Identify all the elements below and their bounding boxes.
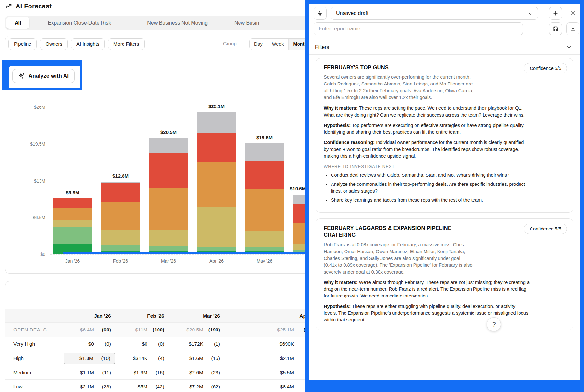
segment-green-light[interactable] — [149, 246, 188, 251]
report-draft-select[interactable]: Unsaved draft — [331, 7, 538, 20]
segment-green-light[interactable] — [101, 245, 140, 251]
table-column-header: Apr ' — [225, 310, 315, 322]
segment-red[interactable] — [53, 198, 92, 209]
segment-orange[interactable] — [53, 208, 92, 220]
table-cell[interactable]: $7.2M(62) — [169, 381, 225, 392]
insight-cards: FEBRUARY'S TOP GUNSConfidence 5/5Several… — [316, 58, 573, 336]
segment-khaki[interactable] — [197, 207, 236, 247]
ai-insights-filter-button[interactable]: AI Insights — [71, 38, 105, 50]
segment-khaki[interactable] — [101, 230, 140, 245]
group-option-week[interactable]: Week — [267, 39, 289, 50]
table-cell[interactable]: $1.3M(10) — [64, 353, 115, 364]
table-cell[interactable]: $8.4M(7 — [225, 381, 315, 392]
y-axis-tick: $0 — [7, 252, 45, 257]
segment-khaki[interactable] — [245, 231, 284, 247]
download-report-button[interactable] — [566, 22, 579, 35]
y-axis-tick: $26M — [7, 105, 45, 110]
y-axis-tick: $6.5M — [7, 215, 45, 220]
segment-gray[interactable] — [245, 143, 284, 161]
table-cell[interactable]: $2.1M(23) — [64, 381, 115, 392]
close-panel-button[interactable] — [566, 7, 579, 20]
insight-why: Why it matters: We're almost through Feb… — [324, 279, 530, 299]
segment-khaki[interactable] — [53, 220, 92, 227]
cell-count: (23) — [203, 370, 220, 375]
table-cell[interactable]: $314K(4) — [115, 353, 169, 364]
cell-amount: $5M — [115, 384, 147, 390]
table-cell[interactable]: $0(0) — [64, 338, 115, 350]
more-filters-button[interactable]: More Filters — [108, 38, 145, 50]
tab-all[interactable]: All — [6, 17, 29, 29]
chart-toolbar: Pipeline Owners AI Insights More Filters… — [5, 36, 324, 52]
table-row: Very High$0(0)$0(0)$172K(1)$690K — [5, 337, 324, 351]
filters-chevron-down-icon — [566, 44, 572, 51]
cell-amount: $2.1M — [225, 355, 294, 361]
group-option-day[interactable]: Day — [250, 39, 267, 50]
table-cell[interactable]: $5M(42) — [115, 381, 169, 392]
segment-orange[interactable] — [245, 189, 284, 231]
segment-orange[interactable] — [101, 202, 140, 230]
insight-hypothesis: Hypothesis: Top performers are executing… — [324, 122, 530, 136]
table-row-label: High — [5, 355, 64, 361]
table-row: High$1.3M(10)$314K(4)$1.6M(15)$2.1M( — [5, 351, 324, 365]
close-icon — [570, 10, 576, 17]
cell-amount: $8.4M — [225, 384, 294, 390]
help-button[interactable]: ? — [487, 317, 501, 331]
table-cell[interactable]: $5.5M(4 — [225, 367, 315, 378]
table-cell[interactable]: $2.6M(23) — [169, 367, 225, 378]
y-axis-line — [50, 107, 50, 254]
filters-collapse-row[interactable]: Filters — [309, 40, 580, 55]
segment-green-light[interactable] — [197, 247, 236, 251]
table-cell[interactable]: $172K(1) — [169, 338, 225, 350]
segment-red[interactable] — [149, 153, 188, 188]
segment-green-light[interactable] — [53, 227, 92, 244]
save-report-button[interactable] — [549, 22, 562, 35]
save-icon — [552, 26, 559, 32]
table-cell[interactable]: $0(0) — [115, 338, 169, 350]
segment-red[interactable] — [101, 183, 140, 203]
segment-orange[interactable] — [197, 162, 236, 207]
table-column-header: Jan '26 — [64, 310, 115, 322]
segment-orange[interactable] — [149, 188, 188, 230]
table-cell[interactable]: $20.5M(190) — [169, 324, 225, 336]
cell-count: (100) — [147, 327, 164, 333]
pin-panel-button[interactable] — [314, 7, 327, 20]
x-axis-tick: Mar '26 — [149, 258, 188, 263]
analyze-with-ai-button[interactable]: Analyze with AI — [12, 69, 75, 83]
confidence-badge: Confidence 5/5 — [524, 224, 567, 234]
table-cell[interactable]: $1.1M(11) — [64, 367, 115, 378]
segment-red[interactable] — [245, 161, 284, 189]
segment-gray[interactable] — [149, 138, 188, 153]
forecast-tabbar: All Expansion Close-Date Risk New Busine… — [5, 16, 326, 30]
table-column-header: Feb '26 — [115, 310, 169, 322]
table-row: Low$2.1M(23)$5M(42)$7.2M(62)$8.4M(7 — [5, 379, 324, 392]
cell-count: (23) — [94, 384, 111, 390]
cell-amount: $2.6M — [169, 370, 203, 375]
tab-new-business-not-moving[interactable]: New Business Not Moving — [139, 17, 216, 29]
table-cell[interactable]: $1.9M(16) — [115, 367, 169, 378]
report-name-input[interactable] — [314, 22, 523, 35]
cell-count: (42) — [147, 384, 164, 390]
segment-khaki[interactable] — [149, 230, 188, 246]
tab-new-business-truncated[interactable]: New Busin — [226, 17, 267, 29]
segment-red[interactable] — [197, 133, 236, 162]
table-cell[interactable]: $6.4M(60) — [64, 324, 115, 336]
table-cell[interactable]: $11M(100) — [115, 324, 169, 336]
bar-total-label: $12.8M — [101, 173, 140, 179]
table-cell[interactable]: $1.6M(15) — [169, 353, 225, 364]
table-cell[interactable]: $25.1M(19 — [225, 324, 315, 336]
table-cell[interactable]: $690K — [225, 338, 315, 350]
group-by-label: Group — [223, 41, 237, 46]
bar-total-label: $9.9M — [53, 190, 92, 195]
insight-why: Why it matters: These reps are setting t… — [324, 105, 530, 118]
cell-amount: $20.5M — [169, 327, 203, 333]
cell-amount: $0 — [115, 341, 147, 347]
tab-expansion-close-date-risk[interactable]: Expansion Close-Date Risk — [39, 17, 119, 29]
owners-filter-button[interactable]: Owners — [40, 38, 68, 50]
table-cell[interactable]: $2.1M( — [225, 353, 315, 364]
segment-green-light[interactable] — [245, 247, 284, 251]
segment-gray[interactable] — [101, 182, 140, 183]
segment-gray[interactable] — [197, 112, 236, 133]
pipeline-filter-button[interactable]: Pipeline — [8, 38, 37, 50]
cell-amount: $5.5M — [225, 370, 294, 375]
new-report-button[interactable] — [549, 7, 562, 20]
